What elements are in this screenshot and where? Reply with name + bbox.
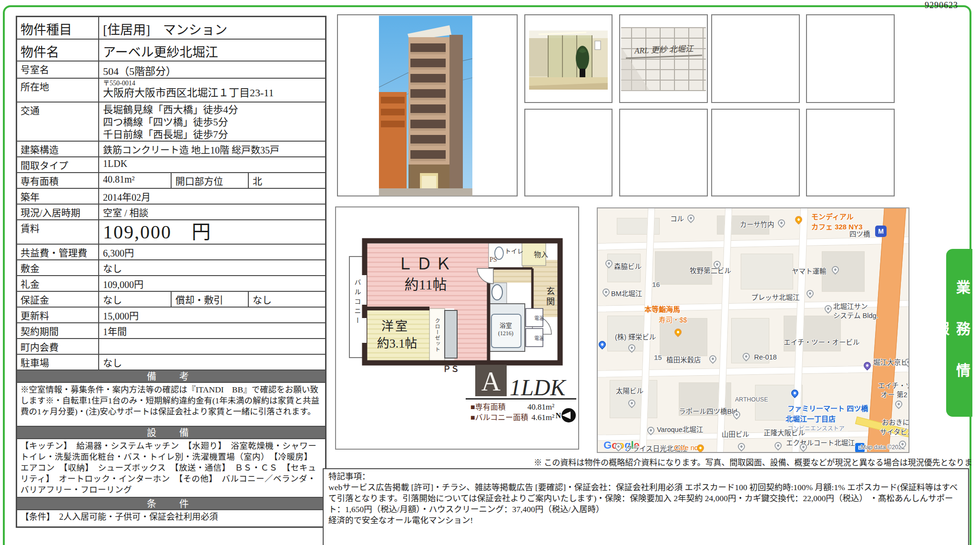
north-compass-icon: N — [555, 408, 576, 422]
row-value: 109,000円 — [99, 276, 325, 291]
map-pin — [894, 399, 904, 409]
special-notes-box: 特記事項： webサービス広告掲載 [許可]・チラシ、雑誌等掲載広告 [要確認]… — [323, 468, 969, 545]
row-value: 1LDK — [99, 157, 325, 172]
row-label: 共益費・管理費 — [17, 245, 99, 259]
table-row: 専有面積40.81m²開口部方位北 — [17, 172, 325, 188]
photo-slot-empty-6 — [806, 109, 895, 196]
conditions-text: 【条件】 2人入居可能・子供可・保証会社利用必須 — [17, 509, 325, 526]
fp-area-label: ■専有面積 — [470, 403, 506, 411]
fp-heater1-label: 電温 — [534, 316, 544, 321]
table-row: 更新料15,000円 — [17, 307, 325, 322]
table-row: 保証金なし償却・敷引なし — [17, 291, 325, 307]
photo-slot-empty-3 — [524, 109, 612, 196]
map-label: 16 — [652, 280, 660, 288]
fp-entrance-label: 玄関 — [545, 287, 554, 308]
row-value: 6,300円 — [99, 245, 325, 259]
map-label: (株) 輝栄ビル — [615, 331, 656, 341]
row-value: 鉄筋コンクリート造 地上10階 総戸数35戸 — [99, 142, 325, 156]
fp-heater2-label: 電温 — [534, 336, 544, 341]
row-label: 町内会費 — [17, 339, 99, 354]
nameplate-photo-graphic: ARL 更紗 北堀江 — [620, 15, 707, 102]
map-label: システム Bldg. — [833, 310, 878, 320]
map-label: エイチ・ツー・ — [878, 380, 909, 390]
map-label: エクセルコート北堀江 — [786, 437, 855, 447]
fp-room-size: 約3.1帖 — [377, 337, 418, 350]
row-value: 504（5階部分） — [99, 62, 325, 78]
photo-building-exterior — [337, 14, 518, 196]
fp-balcony-area-value: 4.61m² — [531, 413, 554, 422]
table-row: 共益費・管理費6,300円 — [17, 244, 325, 259]
table-row: 交通長堀鶴見線「西大橋」徒歩4分 四つ橋線「四ツ橋」徒歩5分 千日前線「西長堀」… — [17, 102, 325, 141]
floorplan-graphic: バルコニー — [336, 207, 578, 449]
table-row: 駐車場なし — [17, 354, 325, 370]
map-label: モンディアル — [811, 211, 854, 221]
floorplan-box: バルコニー — [335, 206, 579, 450]
fp-bath-label: 浴室 — [500, 322, 512, 329]
photo-slot-empty-5 — [711, 109, 800, 196]
row-label: 保証金 — [17, 292, 99, 307]
map-pin — [708, 354, 718, 364]
table-row: 間取タイプ1LDK — [17, 156, 325, 172]
row-label: 更新料 — [17, 308, 99, 322]
row-value: 109,000 円 — [99, 220, 325, 244]
row-label: 敷金 — [17, 260, 99, 275]
facilities-header: 設 備 — [17, 426, 325, 438]
map-label: ラポール四ツ橋Bld. — [679, 406, 739, 416]
map-label: ファミリーマート 四ツ橋 — [787, 403, 868, 413]
map-pin — [601, 287, 611, 297]
row-value: 〒550-0014大阪府大阪市西区北堀江１丁目23-11 — [99, 79, 325, 102]
map-pin — [736, 442, 746, 452]
row-value: なし — [99, 292, 171, 307]
entrance-photo-graphic — [525, 15, 612, 102]
row-label: 専有面積 — [17, 173, 99, 188]
map-label: ARTHOUSE — [735, 396, 768, 403]
row-value: 空室 / 相談 — [99, 205, 325, 219]
map-label: 正隆大阪ビル — [764, 427, 805, 437]
map-label: 四ツ橋 — [849, 228, 870, 238]
map-label: Varoque北堀江 — [657, 424, 703, 434]
fp-ldk-size: 約11帖 — [405, 277, 447, 292]
map-label: Cafe no — [674, 444, 698, 452]
row-label: 号室名 — [17, 62, 99, 78]
row-value: [住居用] マンション — [99, 17, 325, 39]
conditions-header: 条 件 — [17, 497, 325, 509]
row-label: 間取タイプ — [17, 157, 99, 172]
table-row: 建築構造鉄筋コンクリート造 地上10階 総戸数35戸 — [17, 141, 325, 156]
fp-ps-bottom-label: ＰＳ — [443, 365, 459, 374]
table-row: 賃料109,000 円 — [17, 219, 325, 244]
remarks-header: 備 考 — [17, 370, 325, 382]
table-row: 現況/入居時期空室 / 相談 — [17, 204, 325, 219]
row-value: 1年間 — [99, 323, 325, 338]
table-row: 物件種目[住居用] マンション — [17, 17, 325, 39]
map-label: 本等鮨海馬 — [644, 304, 680, 314]
row-label: 駐車場 — [17, 355, 99, 370]
fp-bath-size: (1216) — [498, 330, 513, 337]
row-value: アーベル更紗北堀江 — [99, 40, 325, 61]
metro-station-icon: M — [875, 226, 887, 237]
fp-storage-label: 物入 — [534, 251, 548, 258]
fp-area-value: 40.81m² — [527, 402, 554, 411]
row-label: 物件名 — [17, 40, 99, 61]
map-pin — [686, 213, 696, 223]
table-row: 礼金109,000円 — [17, 275, 325, 291]
fp-room-label: 洋室 — [381, 319, 409, 333]
table-row: 所在地〒550-0014大阪府大阪市西区北堀江１丁目23-11 — [17, 78, 325, 102]
table-row: 物件名アーベル更紗北堀江 — [17, 39, 325, 61]
map-label: 牧野第二ビル — [690, 265, 731, 275]
building-photo-graphic — [379, 16, 472, 196]
table-row: 敷金なし — [17, 259, 325, 275]
fp-balcony-area-label: ■バルコニー面積 — [470, 413, 528, 422]
property-spec-table: 物件種目[住居用] マンション物件名アーベル更紗北堀江号室名504（5階部分）所… — [16, 16, 327, 528]
business-info-tab[interactable]: 業務情報 — [946, 249, 972, 417]
fp-balcony-label: バルコニー — [354, 279, 361, 327]
table-row: 号室名504（5階部分） — [17, 61, 325, 78]
row-value: 40.81m² — [99, 173, 171, 188]
property-flyer-page: 9290623 物件種目[住居用] マンション物件名アーベル更紗北堀江号室名50… — [0, 0, 980, 545]
map-label: 太陽ビル — [616, 385, 643, 395]
map-copyright: Map data ©2022 — [861, 444, 905, 451]
row-value: 2014年02月 — [99, 189, 325, 204]
map-label: サイタビルヂン — [880, 426, 909, 436]
fp-unit-type: 1LDK — [510, 375, 567, 400]
table-row: 契約期間1年間 — [17, 322, 325, 338]
row-label-2: 償却・敷引 — [171, 292, 249, 307]
